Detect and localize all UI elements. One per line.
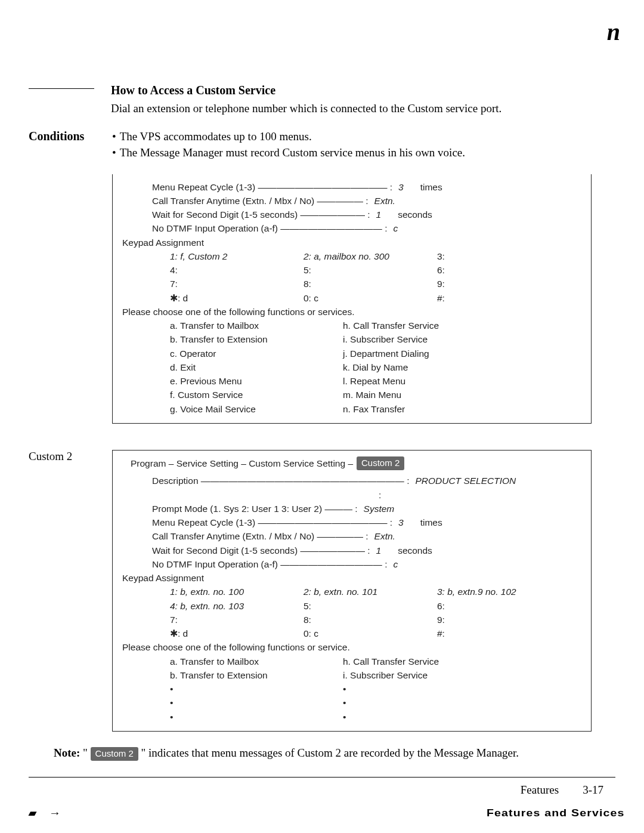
panel-custom2: Program – Service Setting – Custom Servi… xyxy=(112,450,592,732)
p2-call-transfer-val: Extn. xyxy=(374,529,395,543)
footer-blob-icon: ▰ xyxy=(29,807,37,819)
p2-kp-8: 8: xyxy=(304,613,423,627)
logo-mark: n xyxy=(607,18,620,46)
p2-prompt-label: Prompt Mode (1. Sys 2: User 1 3: User 2)… xyxy=(152,502,358,516)
p2-kp-7: 7: xyxy=(170,613,289,627)
note-prefix: " xyxy=(83,746,91,759)
p1-wait-unit: seconds xyxy=(398,208,432,221)
p1-fn-k: k. Dial by Name xyxy=(343,360,498,374)
footer-page: 3-17 xyxy=(583,783,603,797)
bullet-2: The Message Manager must record Custom s… xyxy=(120,144,465,161)
custom2-label: Custom 2 xyxy=(29,450,101,463)
p2-dots-a3: • xyxy=(170,710,325,724)
p2-kp-2: 2: b, extn. no. 101 xyxy=(304,585,423,598)
p2-desc-label: Description —————————————————————— : xyxy=(152,474,409,488)
panel-custom1: Menu Repeat Cycle (1-3) —————————————— :… xyxy=(112,174,592,424)
p2-program-badge: Custom 2 xyxy=(357,456,404,471)
p2-menu-repeat-label: Menu Repeat Cycle (1-3) —————————————— : xyxy=(152,516,392,529)
p1-menu-repeat-val: 3 xyxy=(398,180,404,194)
p2-dtmf-val: c xyxy=(393,557,398,571)
p2-fn-a: a. Transfer to Mailbox xyxy=(170,655,325,668)
p1-keypad-title: Keypad Assignment xyxy=(122,236,581,249)
p1-kp-2: 2: a, mailbox no. 300 xyxy=(304,249,423,263)
p1-menu-repeat-label: Menu Repeat Cycle (1-3) —————————————— : xyxy=(152,180,392,194)
p2-kp-3: 3: b, extn.9 no. 102 xyxy=(437,585,556,598)
p1-fn-e: e. Previous Menu xyxy=(170,374,325,388)
p1-kp-7: 7: xyxy=(170,277,289,291)
p1-fn-m: m. Main Menu xyxy=(343,388,498,402)
p1-fn-l: l. Repeat Menu xyxy=(343,374,498,388)
p2-menu-repeat-unit: times xyxy=(420,516,442,529)
p1-dtmf-val: c xyxy=(393,221,398,235)
p1-kp-8: 8: xyxy=(304,277,423,291)
conditions-label: Conditions xyxy=(29,129,100,143)
p1-fn-i: i. Subscriber Service xyxy=(343,332,498,346)
p1-kp-1: 1: f, Custom 2 xyxy=(170,249,289,263)
p1-kp-hash: #: xyxy=(437,291,556,305)
p2-kp-1: 1: b, extn. no. 100 xyxy=(170,585,289,598)
p2-wait-unit: seconds xyxy=(398,544,432,557)
bullet-1: The VPS accommodates up to 100 menus. xyxy=(120,128,312,145)
p2-call-transfer-label: Call Transfer Anytime (Extn. / Mbx / No)… xyxy=(152,529,369,543)
p2-kp-4: 4: b, extn. no. 103 xyxy=(170,599,289,613)
p1-choose: Please choose one of the following funct… xyxy=(122,305,581,319)
p1-kp-4: 4: xyxy=(170,263,289,277)
p2-kp-0: 0: c xyxy=(304,627,423,640)
p2-program-prefix: Program – Service Setting – Custom Servi… xyxy=(131,456,353,470)
p2-dots-a2: • xyxy=(170,696,325,709)
footer-features: Features xyxy=(521,783,559,797)
p1-kp-3: 3: xyxy=(437,249,556,263)
p1-menu-repeat-unit: times xyxy=(420,180,442,194)
p2-fn-b: b. Transfer to Extension xyxy=(170,668,325,682)
p1-fn-j: j. Department Dialing xyxy=(343,347,498,360)
p1-wait-val: 1 xyxy=(376,208,382,221)
p1-call-transfer-label: Call Transfer Anytime (Extn. / Mbx / No)… xyxy=(152,194,369,208)
p1-fn-b: b. Transfer to Extension xyxy=(170,332,325,346)
p1-kp-9: 9: xyxy=(437,277,556,291)
p1-fn-h: h. Call Transfer Service xyxy=(343,319,498,332)
p2-dots-b2: • xyxy=(343,696,498,709)
p1-kp-6: 6: xyxy=(437,263,556,277)
p2-kp-hash: #: xyxy=(437,627,556,640)
p1-kp-5: 5: xyxy=(304,263,423,277)
p2-kp-5: 5: xyxy=(304,599,423,613)
p2-dots-a1: • xyxy=(170,682,325,696)
section-title: How to Access a Custom Service xyxy=(111,84,615,97)
p2-choose: Please choose one of the following funct… xyxy=(122,640,581,654)
p2-kp-9: 9: xyxy=(437,613,556,627)
bullet-dot: • xyxy=(112,128,116,145)
p2-fn-h: h. Call Transfer Service xyxy=(343,655,498,668)
p1-wait-label: Wait for Second Digit (1-5 seconds) ————… xyxy=(152,208,370,221)
p2-dots-b3: • xyxy=(343,710,498,724)
p1-kp-0: 0: c xyxy=(304,291,423,305)
bullet-dot: • xyxy=(112,144,116,161)
p1-fn-f: f. Custom Service xyxy=(170,388,325,402)
p2-desc-val: PRODUCT SELECTION xyxy=(415,474,516,488)
p2-menu-repeat-val: 3 xyxy=(398,516,404,529)
p1-dtmf-label: No DTMF Input Operation (a-f) ——————————… xyxy=(152,221,387,235)
intro-text: Dial an extension or telephone number wh… xyxy=(111,101,615,116)
p2-keypad-title: Keypad Assignment xyxy=(122,571,581,585)
p1-fn-c: c. Operator xyxy=(170,347,325,360)
p1-kp-star: ✱: d xyxy=(170,291,289,305)
p1-fn-a: a. Transfer to Mailbox xyxy=(170,319,325,332)
p2-prompt-val: System xyxy=(364,502,395,516)
footer-band: Features and Services xyxy=(486,807,624,819)
p2-wait-label: Wait for Second Digit (1-5 seconds) ————… xyxy=(152,544,370,557)
p2-kp-star: ✱: d xyxy=(170,627,289,640)
p1-fn-g: g. Voice Mail Service xyxy=(170,402,325,416)
p1-fn-d: d. Exit xyxy=(170,360,325,374)
p1-fn-n: n. Fax Transfer xyxy=(343,402,498,416)
p2-kp-6: 6: xyxy=(437,599,556,613)
p2-wait-val: 1 xyxy=(376,544,382,557)
footer-arrow-icon: → xyxy=(49,806,61,820)
note-suffix: " indicates that menu messages of Custom… xyxy=(141,746,519,759)
p1-call-transfer-val: Extn. xyxy=(374,194,395,208)
note-badge: Custom 2 xyxy=(91,747,138,761)
p2-dots-b1: • xyxy=(343,682,498,696)
p2-fn-i: i. Subscriber Service xyxy=(343,668,498,682)
footer-rule xyxy=(29,777,615,778)
section-mark xyxy=(29,88,94,89)
note-label: Note: xyxy=(54,746,80,759)
p2-dtmf-label: No DTMF Input Operation (a-f) ——————————… xyxy=(152,557,387,571)
